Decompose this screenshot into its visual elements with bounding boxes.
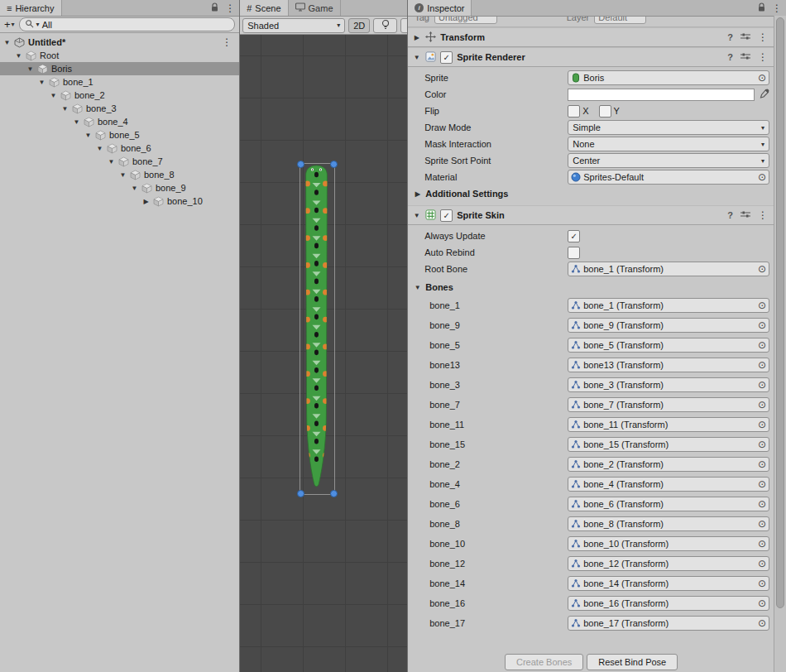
bone-object-field[interactable]: bone_6 (Transform) ⊙	[568, 497, 769, 511]
selection-handle[interactable]	[297, 161, 304, 168]
object-picker-icon[interactable]: ⊙	[758, 400, 766, 410]
hierarchy-item[interactable]: ▼ bone_7	[0, 155, 239, 168]
reset-bind-pose-button[interactable]: Reset Bind Pose	[587, 654, 678, 670]
bone-object-field[interactable]: bone_5 (Transform) ⊙	[568, 338, 769, 353]
bone-object-field[interactable]: bone_16 (Transform) ⊙	[568, 596, 769, 611]
component-enabled-checkbox[interactable]: ✓	[440, 209, 453, 222]
auto-rebind-checkbox[interactable]	[568, 247, 580, 259]
hierarchy-item[interactable]: ▼ bone_6	[0, 142, 239, 155]
flip-y-checkbox[interactable]	[599, 105, 611, 118]
inspector-scrollbar[interactable]	[774, 16, 786, 672]
object-picker-icon[interactable]: ⊙	[758, 618, 766, 628]
component-enabled-checkbox[interactable]: ✓	[440, 51, 453, 64]
bone-object-field[interactable]: bone_15 (Transform) ⊙	[568, 437, 769, 452]
foldout-icon[interactable]: ▼	[60, 105, 69, 113]
tab-scene[interactable]: # Scene	[240, 0, 288, 16]
foldout-icon[interactable]: ▶	[413, 190, 422, 198]
object-picker-icon[interactable]: ⊙	[758, 73, 766, 83]
object-picker-icon[interactable]: ⊙	[758, 459, 766, 469]
sort-point-dropdown[interactable]: Center ▾	[568, 153, 769, 168]
selection-handle[interactable]	[330, 490, 338, 497]
object-picker-icon[interactable]: ⊙	[758, 479, 766, 489]
hierarchy-search-input[interactable]: ▾ All	[19, 17, 236, 31]
component-menu-icon[interactable]: ⋮	[758, 210, 768, 220]
hierarchy-item[interactable]: ▼ bone_2	[0, 89, 239, 102]
component-menu-icon[interactable]: ⋮	[758, 52, 768, 62]
object-picker-icon[interactable]: ⊙	[758, 499, 766, 509]
scrollbar-thumb[interactable]	[776, 17, 784, 608]
lock-icon[interactable]	[210, 2, 219, 14]
search-filter-caret-icon[interactable]: ▾	[36, 21, 40, 28]
foldout-icon[interactable]: ▼	[107, 158, 116, 166]
foldout-icon[interactable]: ▼	[412, 54, 421, 61]
shading-mode-dropdown[interactable]: Shaded ▾	[242, 18, 345, 33]
foldout-icon[interactable]: ▼	[118, 171, 127, 179]
object-picker-icon[interactable]: ⊙	[758, 264, 766, 274]
foldout-icon[interactable]: ▼	[14, 52, 23, 60]
root-bone-object-field[interactable]: bone_1 (Transform) ⊙	[568, 262, 769, 276]
foldout-icon[interactable]: ▼	[84, 132, 93, 139]
bone-object-field[interactable]: bone_10 (Transform) ⊙	[568, 536, 769, 551]
panel-menu-icon[interactable]: ⋮	[225, 3, 235, 13]
object-picker-icon[interactable]: ⊙	[758, 380, 766, 390]
bone-object-field[interactable]: bone13 (Transform) ⊙	[568, 358, 769, 372]
hierarchy-item[interactable]: ▼ bone_8	[0, 168, 239, 181]
foldout-icon[interactable]: ▼	[72, 118, 81, 126]
scene-audio-button[interactable]	[400, 18, 407, 33]
bone-object-field[interactable]: bone_11 (Transform) ⊙	[568, 417, 769, 432]
foldout-icon[interactable]: ▼	[413, 284, 422, 291]
additional-settings-foldout[interactable]: ▶ Additional Settings	[408, 185, 774, 202]
hierarchy-item[interactable]: ▼ bone_3	[0, 102, 239, 115]
layer-dropdown[interactable]: Default	[594, 17, 646, 24]
bone-object-field[interactable]: bone_7 (Transform) ⊙	[568, 397, 769, 412]
foldout-icon[interactable]: ▼	[26, 65, 35, 73]
presets-icon[interactable]	[740, 32, 750, 42]
scene-lighting-button[interactable]	[373, 18, 397, 33]
bone-object-field[interactable]: bone_9 (Transform) ⊙	[568, 318, 769, 333]
hierarchy-item[interactable]: ▼ bone_9	[0, 181, 239, 194]
presets-icon[interactable]	[740, 52, 750, 62]
flip-x-checkbox[interactable]	[568, 105, 580, 118]
hierarchy-item[interactable]: ▼ Root	[0, 49, 239, 62]
hierarchy-item[interactable]: ▼ bone_1	[0, 75, 239, 89]
help-icon[interactable]: ?	[727, 32, 733, 42]
bone-object-field[interactable]: bone_3 (Transform) ⊙	[568, 377, 769, 392]
bone-object-field[interactable]: bone_1 (Transform) ⊙	[568, 298, 769, 313]
foldout-icon[interactable]: ▼	[130, 185, 139, 192]
presets-icon[interactable]	[740, 210, 750, 220]
foldout-icon[interactable]: ▶	[141, 198, 151, 205]
foldout-icon[interactable]: ▼	[95, 145, 104, 152]
lock-icon[interactable]	[757, 2, 766, 14]
object-picker-icon[interactable]: ⊙	[758, 578, 766, 588]
object-picker-icon[interactable]: ⊙	[758, 519, 766, 529]
selection-handle[interactable]	[297, 490, 304, 497]
foldout-icon[interactable]: ▼	[412, 212, 421, 219]
transform-component-header[interactable]: ▶ Transform ? ⋮	[408, 27, 774, 47]
object-picker-icon[interactable]: ⊙	[758, 360, 766, 370]
hierarchy-item[interactable]: ▼ bone_4	[0, 115, 239, 128]
foldout-icon[interactable]: ▼	[49, 92, 58, 99]
bone-object-field[interactable]: bone_14 (Transform) ⊙	[568, 576, 769, 591]
2d-toggle-button[interactable]: 2D	[348, 18, 370, 33]
object-picker-icon[interactable]: ⊙	[758, 172, 766, 182]
panel-menu-icon[interactable]: ⋮	[772, 3, 782, 13]
object-picker-icon[interactable]: ⊙	[758, 300, 766, 310]
eyedropper-icon[interactable]	[759, 89, 769, 101]
bone-object-field[interactable]: bone_2 (Transform) ⊙	[568, 457, 769, 472]
mask-interaction-dropdown[interactable]: None ▾	[568, 137, 769, 151]
object-picker-icon[interactable]: ⊙	[758, 420, 766, 430]
hierarchy-item[interactable]: ▼ bone_5	[0, 128, 239, 142]
material-object-field[interactable]: Sprites-Default ⊙	[568, 170, 769, 185]
hierarchy-item[interactable]: ▼ Untitled* ⋮	[0, 36, 239, 49]
foldout-icon[interactable]: ▼	[2, 39, 12, 46]
tag-dropdown[interactable]: Untagged	[434, 17, 497, 24]
hierarchy-item[interactable]: ▶ bone_10	[0, 194, 239, 208]
scene-options-icon[interactable]: ⋮	[222, 36, 239, 48]
foldout-icon[interactable]: ▼	[37, 79, 46, 86]
sprite-object-field[interactable]: Boris ⊙	[568, 70, 769, 85]
object-picker-icon[interactable]: ⊙	[758, 340, 766, 350]
foldout-icon[interactable]: ▶	[412, 34, 421, 41]
create-bones-button[interactable]: Create Bones	[505, 654, 583, 670]
selection-handle[interactable]	[330, 161, 338, 168]
object-picker-icon[interactable]: ⊙	[758, 539, 766, 549]
